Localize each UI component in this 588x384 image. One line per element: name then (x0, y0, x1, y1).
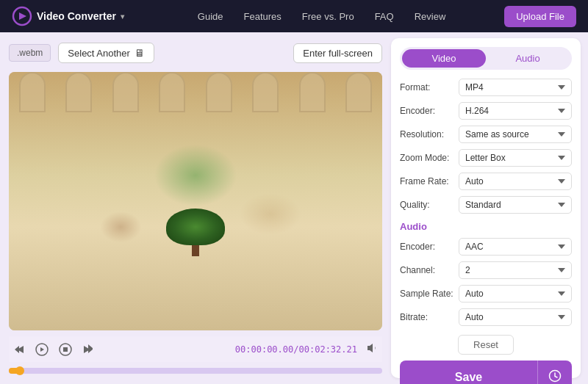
nav-guide[interactable]: Guide (198, 11, 223, 22)
format-select[interactable]: MP4AVIMOV (459, 79, 572, 96)
fullscreen-button[interactable]: Enter full-screen (293, 43, 382, 63)
volume-icon (366, 342, 378, 354)
volume-button[interactable] (365, 341, 379, 358)
time-separator: / (293, 344, 298, 355)
nav-free-vs-pro[interactable]: Free vs. Pro (302, 11, 354, 22)
stop-icon (59, 343, 72, 356)
arch (19, 72, 46, 112)
time-total: 00:02:32.21 (299, 344, 357, 355)
bitrate-row: Bitrate: Auto128k320k (400, 308, 572, 326)
progress-thumb (15, 366, 24, 375)
samplerate-select[interactable]: Auto4410048000 (459, 285, 572, 303)
rewind-button[interactable] (12, 342, 26, 357)
nav-faq[interactable]: FAQ (375, 11, 394, 22)
bitrate-select[interactable]: Auto128k320k (459, 308, 572, 326)
channel-select[interactable]: 216 (459, 261, 572, 279)
channel-label: Channel: (400, 265, 459, 275)
video-content (9, 72, 382, 330)
tree (166, 209, 225, 253)
zoom-select[interactable]: Letter BoxCropStretch (459, 149, 572, 167)
encoder-label: Encoder: (400, 106, 459, 116)
samplerate-label: Sample Rate: (400, 289, 459, 299)
audio-encoder-select[interactable]: AACMP3 (459, 238, 572, 256)
monitor-icon: 🖥 (135, 47, 145, 59)
progress-bar[interactable] (9, 368, 382, 374)
framerate-select[interactable]: Auto243060 (459, 173, 572, 190)
audio-encoder-label: Encoder: (400, 242, 459, 252)
play-icon (35, 343, 49, 356)
video-preview (9, 72, 382, 330)
save-button[interactable]: Save (400, 361, 537, 384)
framerate-label: Frame Rate: (400, 176, 459, 186)
time-display: 00:00:00.00/00:02:32.21 (235, 344, 357, 355)
logo-icon (12, 6, 32, 26)
time-current: 00:00:00.00 (235, 344, 293, 355)
format-row: Format: MP4AVIMOV (400, 79, 572, 96)
format-label: Format: (400, 82, 459, 93)
save-settings-button[interactable] (537, 361, 572, 384)
forward-button[interactable] (81, 342, 96, 357)
zoom-row: Zoom Mode: Letter BoxCropStretch (400, 149, 572, 167)
resolution-select[interactable]: Same as source1080p720p (459, 126, 572, 143)
logo-dropdown-arrow[interactable]: ▾ (121, 12, 124, 21)
upload-file-button[interactable]: Upload File (504, 6, 576, 27)
arch (65, 72, 92, 112)
arch (159, 72, 185, 112)
quality-select[interactable]: StandardHighLow (459, 196, 572, 214)
framerate-row: Frame Rate: Auto243060 (400, 173, 572, 190)
audio-section-label: Audio (400, 221, 572, 232)
encoder-select[interactable]: H.264H.265 (459, 102, 572, 120)
channel-row: Channel: 216 (400, 261, 572, 279)
encoder-row: Encoder: H.264H.265 (400, 102, 572, 120)
nav-logo[interactable]: Video Converter ▾ (12, 6, 124, 26)
audio-encoder-row: Encoder: AACMP3 (400, 238, 572, 256)
nav-links: Guide Features Free vs. Pro FAQ Review (139, 11, 504, 22)
stop-button[interactable] (57, 341, 74, 358)
svg-rect-3 (63, 347, 68, 352)
logo-text: Video Converter (37, 10, 116, 22)
main-area: .webm Select Another 🖥 Enter full-screen (0, 32, 588, 384)
arch-row (9, 72, 382, 116)
samplerate-row: Sample Rate: Auto4410048000 (400, 285, 572, 303)
quality-label: Quality: (400, 200, 459, 210)
quality-row: Quality: StandardHighLow (400, 196, 572, 214)
arch (206, 72, 232, 112)
nav-features[interactable]: Features (244, 11, 282, 22)
arch (299, 72, 326, 112)
tab-audio[interactable]: Audio (486, 49, 570, 68)
select-another-label: Select Another (68, 48, 130, 59)
top-nav: Video Converter ▾ Guide Features Free vs… (0, 0, 588, 32)
resolution-row: Resolution: Same as source1080p720p (400, 126, 572, 143)
resolution-label: Resolution: (400, 129, 459, 140)
right-panel: Video Audio Format: MP4AVIMOV Encoder: H… (391, 38, 581, 378)
settings-tabs: Video Audio (400, 47, 572, 70)
zoom-label: Zoom Mode: (400, 153, 459, 163)
arch (252, 72, 279, 112)
nav-review[interactable]: Review (415, 11, 446, 22)
forward-icon (82, 344, 94, 355)
arch (112, 72, 139, 112)
play-button[interactable] (34, 341, 50, 358)
player-controls: 00:00:00.00/00:02:32.21 (9, 336, 382, 362)
file-name: .webm (9, 44, 51, 62)
bitrate-label: Bitrate: (400, 312, 459, 322)
tab-video[interactable]: Video (402, 49, 486, 68)
tree-top (166, 209, 225, 245)
reset-button[interactable]: Reset (458, 335, 514, 355)
arch (345, 72, 372, 112)
select-another-button[interactable]: Select Another 🖥 (58, 43, 154, 63)
left-panel: .webm Select Another 🖥 Enter full-screen (0, 32, 391, 384)
clock-icon (548, 369, 562, 383)
save-btn-row: Save (400, 361, 572, 384)
rewind-icon (13, 344, 25, 355)
tree-trunk (192, 245, 199, 256)
file-bar: .webm Select Another 🖥 Enter full-screen (9, 40, 382, 66)
